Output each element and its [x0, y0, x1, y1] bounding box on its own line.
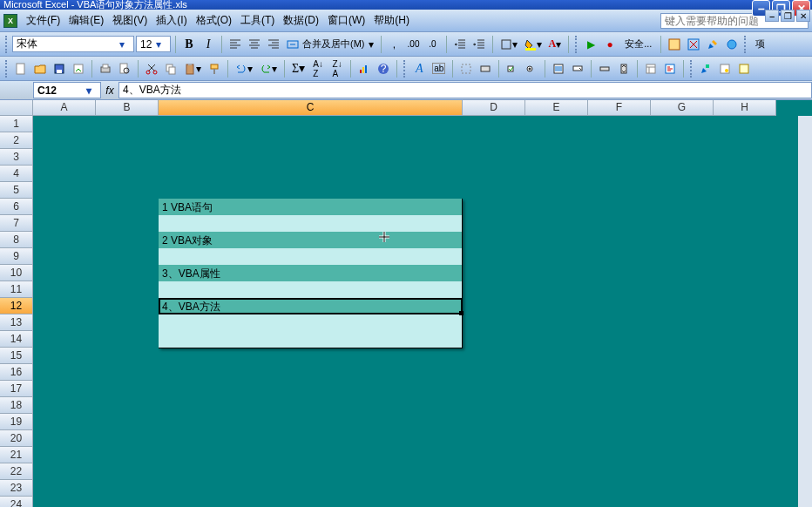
view-code-button[interactable]	[661, 60, 679, 78]
group-box-button[interactable]	[457, 60, 475, 78]
cell-c9[interactable]	[159, 248, 462, 265]
menu-file[interactable]: 文件(F)	[23, 11, 64, 30]
vbe-button[interactable]	[666, 36, 683, 53]
cell-c14[interactable]	[159, 331, 462, 348]
wb-minimize-button[interactable]: ‒	[765, 10, 779, 22]
worksheet-grid[interactable]: A B C D E F G H 123456789101112131415161…	[0, 100, 812, 507]
col-header-c[interactable]: C	[159, 100, 463, 115]
menu-tools[interactable]: 工具(T)	[237, 11, 278, 30]
row-header-6[interactable]: 6	[0, 199, 33, 215]
borders-button[interactable]: ▾	[497, 36, 520, 53]
redo-button[interactable]: ▾	[257, 60, 280, 78]
col-header-e[interactable]: E	[525, 100, 588, 115]
copy-button[interactable]	[162, 60, 179, 78]
col-header-b[interactable]: B	[96, 100, 159, 115]
vertical-scrollbar[interactable]	[798, 116, 812, 507]
security-button[interactable]: 安全...	[620, 36, 656, 53]
menu-window[interactable]: 窗口(W)	[324, 11, 369, 30]
print-button[interactable]	[97, 60, 114, 78]
row-header-8[interactable]: 8	[0, 232, 33, 248]
properties2-button[interactable]	[716, 60, 734, 78]
row-header-16[interactable]: 16	[0, 364, 33, 381]
align-left-button[interactable]	[227, 36, 244, 53]
properties-button[interactable]	[642, 60, 660, 78]
permission-button[interactable]	[70, 60, 87, 78]
toolbar-handle[interactable]	[5, 60, 9, 78]
col-header-d[interactable]: D	[463, 100, 525, 115]
save-button[interactable]	[51, 60, 68, 78]
row-header-11[interactable]: 11	[0, 281, 33, 298]
menu-insert[interactable]: 插入(I)	[152, 11, 190, 30]
toolbar-handle[interactable]	[403, 60, 407, 78]
formula-bar[interactable]: 4、VBA方法	[118, 82, 812, 98]
font-color-button[interactable]: A▾	[546, 36, 565, 53]
sort-desc-button[interactable]: Z↓A	[328, 60, 346, 78]
bold-button[interactable]: B	[180, 36, 198, 53]
menu-format[interactable]: 格式(O)	[193, 11, 235, 30]
row-header-18[interactable]: 18	[0, 397, 33, 414]
row-header-23[interactable]: 23	[0, 480, 33, 497]
cell-c7[interactable]	[159, 215, 462, 232]
record-macro-button[interactable]: ●	[601, 36, 619, 53]
new-button[interactable]	[12, 60, 30, 78]
row-header-22[interactable]: 22	[0, 463, 33, 480]
row-header-3[interactable]: 3	[0, 149, 33, 166]
menu-view[interactable]: 视图(V)	[109, 11, 151, 30]
italic-button[interactable]: I	[200, 36, 217, 53]
checkbox-control-button[interactable]	[504, 60, 521, 78]
row-header-17[interactable]: 17	[0, 381, 33, 397]
menu-edit[interactable]: 编辑(E)	[65, 11, 107, 30]
cells-area[interactable]: 1 VBA语句 2 VBA对象 3、VBA属性 4、VBA方法	[33, 116, 798, 507]
autosum-button[interactable]: Σ▾	[289, 60, 308, 78]
row-header-20[interactable]: 20	[0, 430, 33, 447]
run-macro-button[interactable]: ▶	[582, 36, 599, 53]
design-mode-button[interactable]	[704, 36, 721, 53]
fill-color-button[interactable]: ▾	[522, 36, 545, 53]
wb-close-button[interactable]: ✕	[796, 10, 810, 22]
spinner-control-button[interactable]	[615, 60, 633, 78]
cell-c13[interactable]	[159, 314, 462, 331]
select-all-button[interactable]	[0, 100, 33, 115]
help-button[interactable]: ?	[375, 60, 392, 78]
wb-restore-button[interactable]: ❐	[781, 10, 795, 22]
cell-c10[interactable]: 3、VBA属性	[159, 265, 462, 281]
merge-center-button[interactable]: 合并及居中(M)▾	[284, 36, 376, 53]
row-header-24[interactable]: 24	[0, 497, 33, 507]
col-header-f[interactable]: F	[588, 100, 651, 115]
chart-wizard-button[interactable]	[355, 60, 373, 78]
textbox-button[interactable]: ab	[430, 60, 448, 78]
name-box[interactable]: C12▾	[33, 82, 101, 98]
row-header-19[interactable]: 19	[0, 414, 33, 430]
cut-button[interactable]	[143, 60, 160, 78]
row-header-4[interactable]: 4	[0, 166, 33, 182]
row-header-1[interactable]: 1	[0, 116, 33, 132]
paste-button[interactable]: ▾	[181, 60, 204, 78]
row-header-14[interactable]: 14	[0, 331, 33, 348]
comma-style-button[interactable]: ,	[386, 36, 403, 53]
row-header-9[interactable]: 9	[0, 248, 33, 265]
item-button[interactable]: 项	[751, 36, 769, 53]
font-size-select[interactable]: 12▾	[136, 36, 171, 52]
row-header-15[interactable]: 15	[0, 348, 33, 364]
col-header-h[interactable]: H	[714, 100, 776, 115]
print-preview-button[interactable]	[116, 60, 133, 78]
label-a-button[interactable]: A	[410, 60, 428, 78]
increase-decimal-button[interactable]: .00	[405, 36, 423, 53]
toolbar-handle[interactable]	[690, 60, 694, 78]
cell-c8[interactable]: 2 VBA对象	[159, 232, 462, 248]
cell-c11[interactable]	[159, 281, 462, 298]
row-header-12[interactable]: 12	[0, 298, 33, 314]
script-editor-button[interactable]	[723, 36, 741, 53]
format-painter-button[interactable]	[206, 60, 223, 78]
undo-button[interactable]: ▾	[233, 60, 255, 78]
row-header-2[interactable]: 2	[0, 132, 33, 149]
row-header-21[interactable]: 21	[0, 447, 33, 463]
toolbar-handle[interactable]	[744, 36, 748, 53]
align-right-button[interactable]	[265, 36, 282, 53]
sort-asc-button[interactable]: A↓Z	[309, 60, 327, 78]
option-control-button[interactable]	[523, 60, 540, 78]
control-toolbox-button[interactable]	[685, 36, 702, 53]
toolbar-handle[interactable]	[5, 36, 9, 53]
font-name-select[interactable]: 宋体▾	[12, 36, 134, 52]
row-header-10[interactable]: 10	[0, 265, 33, 281]
